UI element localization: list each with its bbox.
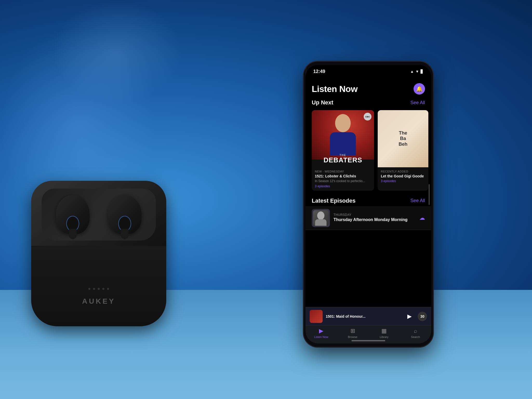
episode-info-thursday: THURSDAY Thursday Afternoon Monday Morni… <box>334 213 416 223</box>
phone-notch <box>349 65 388 73</box>
earbud-tip-right <box>118 216 131 231</box>
home-indicator <box>351 340 385 341</box>
person-body <box>330 132 356 156</box>
now-playing-thumbnail <box>310 310 323 323</box>
now-playing-controls: ▶ 30 <box>405 312 427 321</box>
app-header: Listen Now 🔔 <box>305 78 431 97</box>
up-next-see-all[interactable]: See All <box>410 100 425 105</box>
tab-library[interactable]: ▦ Library <box>368 328 400 338</box>
led-dot-2 <box>93 288 95 290</box>
skip-icon: 30 <box>420 314 424 318</box>
cbc-logo: CBC <box>364 113 371 121</box>
earbud-tip-left <box>66 216 79 231</box>
phone-screen: 12:49 ▲ ▼ ▊ Listen Now 🔔 Up <box>305 65 431 343</box>
earbud-left <box>56 195 90 234</box>
earbuds-case-lid <box>31 181 166 248</box>
scroll-indicator <box>429 184 430 205</box>
led-dot-5 <box>107 288 109 290</box>
latest-episodes-section: Latest Episodes See All THURSDAY T <box>305 195 431 230</box>
earbuds-container: AUKEY <box>31 181 177 342</box>
listen-now-label: Listen Now <box>314 335 328 338</box>
led-dot-3 <box>98 288 100 290</box>
episode-thumb-thursday <box>312 209 330 227</box>
led-dot-1 <box>88 288 90 290</box>
phone-body: 12:49 ▲ ▼ ▊ Listen Now 🔔 Up <box>303 61 433 347</box>
debaters-tag: NEW · WEDNESDAY <box>315 170 371 173</box>
listen-now-icon: ▶ <box>319 328 323 334</box>
ep-person-body <box>315 219 327 226</box>
debaters-description: In Season 12's cooked to perfectio... <box>315 179 371 183</box>
browse-label: Browse <box>348 335 357 338</box>
second-episodes: 3 episodes <box>381 179 425 183</box>
wifi-icon: ▼ <box>415 69 419 74</box>
library-label: Library <box>380 335 389 338</box>
skip-forward-button[interactable]: 30 <box>418 312 427 321</box>
browse-icon: ⊞ <box>350 328 355 334</box>
episode-day: THURSDAY <box>334 213 416 217</box>
second-thumbnail: TheBaBeh <box>378 110 428 167</box>
ep-person-head <box>317 211 324 220</box>
earbud-right <box>108 195 142 234</box>
second-card-info: RECENTLY ADDED Let the Good Gigi Goode 3… <box>378 167 428 185</box>
second-episode-title: Let the Good Gigi Goode <box>381 174 425 178</box>
now-playing-bar[interactable]: 1501: Maid of Honour... ▶ 30 <box>305 307 431 325</box>
up-next-scroll: CBC The DEBATERS NEW · WEDNESDAY 1521: L… <box>305 108 431 193</box>
status-icons: ▲ ▼ ▊ <box>410 69 423 74</box>
debaters-episodes: 3 episodes <box>315 184 371 188</box>
debaters-bg: CBC <box>312 110 374 159</box>
play-button[interactable]: ▶ <box>405 312 414 321</box>
person-silhouette <box>327 114 358 156</box>
debaters-text: The DEBATERS <box>312 154 374 163</box>
aukey-brand-label: AUKEY <box>82 297 115 305</box>
library-icon: ▦ <box>381 328 387 334</box>
podcast-card-debaters[interactable]: CBC The DEBATERS NEW · WEDNESDAY 1521: L… <box>312 110 374 191</box>
debaters-thumbnail: CBC The DEBATERS <box>312 110 374 167</box>
earbuds-interior <box>42 189 156 241</box>
tab-listen-now[interactable]: ▶ Listen Now <box>305 328 337 338</box>
episode-item-thursday[interactable]: THURSDAY Thursday Afternoon Monday Morni… <box>305 206 431 230</box>
latest-episodes-header: Latest Episodes See All <box>305 195 431 206</box>
tab-search[interactable]: ⌕ Search <box>400 328 431 338</box>
battery-icon: ▊ <box>421 69 423 74</box>
episode-title-thursday: Thursday Afternoon Monday Morning <box>334 217 416 223</box>
podcast-card-second[interactable]: TheBaBeh RECENTLY ADDED Let the Good Gig… <box>378 110 428 191</box>
person-head <box>335 114 351 132</box>
debaters-show-title: DEBATERS <box>312 157 374 163</box>
second-thumb-title: TheBaBeh <box>396 128 410 150</box>
phone: 12:49 ▲ ▼ ▊ Listen Now 🔔 Up <box>303 61 433 347</box>
app-title: Listen Now <box>312 84 357 94</box>
up-next-section-header: Up Next See All <box>305 97 431 108</box>
second-thumb-bg: TheBaBeh <box>378 110 428 167</box>
up-next-title: Up Next <box>312 99 333 106</box>
latest-see-all[interactable]: See All <box>410 198 425 203</box>
app-content: Listen Now 🔔 Up Next See All <box>305 78 431 343</box>
signal-icon: ▲ <box>410 69 414 74</box>
notification-icon: 🔔 <box>416 86 423 92</box>
led-dots <box>88 288 109 290</box>
earbuds-case-bottom: AUKEY <box>31 246 166 326</box>
search-icon: ⌕ <box>414 328 417 334</box>
latest-episodes-title: Latest Episodes <box>312 197 356 204</box>
debaters-episode-title: 1521: Lobster & Clichés <box>315 174 371 178</box>
search-label: Search <box>411 335 420 338</box>
earbuds-case: AUKEY <box>31 181 166 326</box>
debaters-card-info: NEW · WEDNESDAY 1521: Lobster & Clichés … <box>312 167 374 191</box>
episode-person-thursday <box>313 210 329 226</box>
now-playing-title: 1501: Maid of Honour... <box>326 314 402 318</box>
now-playing-info: 1501: Maid of Honour... <box>326 314 402 318</box>
status-time: 12:49 <box>313 69 325 74</box>
avatar-button[interactable]: 🔔 <box>414 83 425 95</box>
cloud-download-icon[interactable]: ☁ <box>419 215 425 221</box>
second-tag: RECENTLY ADDED <box>381 170 425 173</box>
led-dot-4 <box>102 288 104 290</box>
tab-browse[interactable]: ⊞ Browse <box>337 328 368 338</box>
